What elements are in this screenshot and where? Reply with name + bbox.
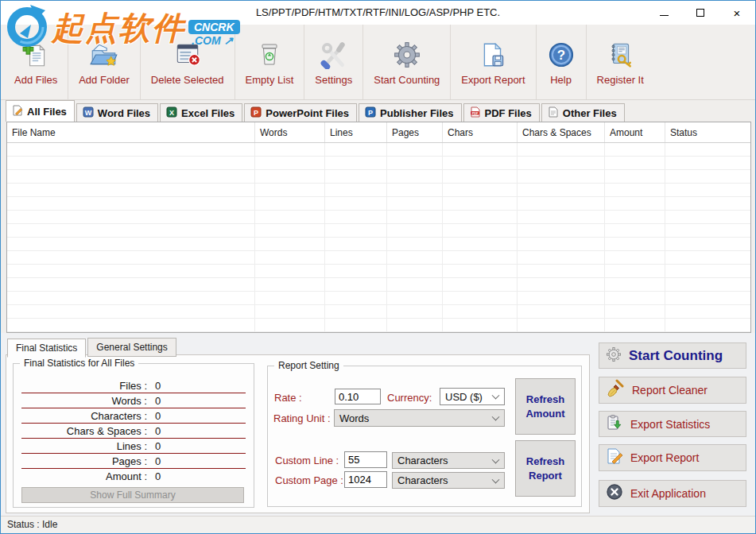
export-report-toolbar-label: Export Report bbox=[461, 74, 525, 86]
rating-unit-select[interactable]: Words bbox=[334, 409, 505, 427]
table-cell bbox=[518, 251, 605, 265]
refresh-amount-button[interactable]: Refresh Amount bbox=[515, 378, 576, 435]
site-logo: 起点软件 CNCRK .COM ↗ bbox=[4, 3, 240, 52]
table-header: File Name Words Lines Pages Chars Chars … bbox=[7, 122, 750, 143]
column-header-status[interactable]: Status bbox=[665, 122, 750, 142]
table-cell bbox=[387, 157, 443, 170]
table-cell bbox=[387, 319, 443, 332]
tab-other-files[interactable]: Other Files bbox=[541, 103, 625, 122]
svg-text:P: P bbox=[368, 108, 373, 116]
gear-icon bbox=[393, 39, 421, 71]
stat-row-files: Files :0 bbox=[21, 378, 246, 393]
tab-excel-files[interactable]: X Excel Files bbox=[160, 103, 242, 122]
start-counting-button[interactable]: Start Counting bbox=[599, 342, 746, 369]
table-cell bbox=[325, 197, 387, 211]
table-cell bbox=[605, 251, 665, 265]
currency-select[interactable]: USD ($) bbox=[440, 388, 505, 405]
rate-input[interactable] bbox=[335, 389, 381, 404]
exit-application-button[interactable]: Exit Application bbox=[599, 480, 746, 507]
table-cell bbox=[443, 319, 518, 332]
table-cell bbox=[387, 143, 443, 157]
custom-page-unit-select[interactable]: Characters bbox=[392, 472, 505, 489]
export-report-toolbar-button[interactable]: Export Report bbox=[451, 25, 536, 99]
table-row bbox=[7, 292, 750, 305]
svg-text:PDF: PDF bbox=[471, 111, 478, 114]
column-header-chars-spaces[interactable]: Chars & Spaces bbox=[518, 122, 605, 142]
help-button[interactable]: ? Help bbox=[537, 25, 587, 99]
table-cell bbox=[443, 157, 518, 170]
tab-publisher-files[interactable]: P Publisher Files bbox=[359, 103, 461, 122]
column-header-pages[interactable]: Pages bbox=[387, 122, 443, 142]
table-cell bbox=[665, 143, 750, 157]
rate-label: Rate : bbox=[274, 392, 302, 404]
maximize-button[interactable] bbox=[682, 1, 719, 25]
help-icon: ? bbox=[547, 39, 576, 71]
tab-powerpoint-files-label: PowerPoint Files bbox=[266, 107, 349, 119]
table-body bbox=[7, 143, 750, 332]
final-statistics-group: Final Statistics for All Files Files :0 … bbox=[13, 363, 254, 508]
column-header-file-name[interactable]: File Name bbox=[7, 122, 255, 142]
table-cell bbox=[443, 278, 518, 292]
table-cell bbox=[387, 265, 443, 278]
table-cell bbox=[665, 170, 750, 184]
table-cell bbox=[7, 278, 255, 292]
add-files-label: Add Files bbox=[14, 74, 57, 86]
table-cell bbox=[665, 211, 750, 224]
register-button[interactable]: Register It bbox=[587, 25, 654, 99]
export-statistics-button[interactable]: Export Statistics bbox=[599, 411, 746, 437]
table-cell bbox=[605, 170, 665, 184]
tab-pdf-files[interactable]: PDF PDF Files bbox=[463, 103, 540, 122]
export-report-button[interactable]: Export Report bbox=[599, 444, 746, 471]
status-text: Status : Idle bbox=[7, 519, 57, 530]
table-cell bbox=[255, 319, 325, 332]
logo-badge: CNCRK .COM ↗ bbox=[188, 20, 240, 47]
table-cell bbox=[665, 292, 750, 305]
rating-unit-value: Words bbox=[339, 412, 369, 424]
empty-list-label: Empty List bbox=[246, 74, 294, 86]
column-header-chars[interactable]: Chars bbox=[443, 122, 518, 142]
table-row bbox=[7, 157, 750, 170]
tab-powerpoint-files[interactable]: P PowerPoint Files bbox=[244, 103, 357, 122]
table-cell bbox=[7, 143, 255, 157]
settings-button[interactable]: Settings bbox=[304, 25, 363, 99]
close-button[interactable]: × bbox=[719, 1, 755, 25]
column-header-words[interactable]: Words bbox=[255, 122, 325, 142]
pdf-file-icon: PDF bbox=[470, 106, 481, 120]
file-list-table: File Name Words Lines Pages Chars Chars … bbox=[6, 122, 751, 333]
table-cell bbox=[665, 305, 750, 319]
table-cell bbox=[7, 292, 255, 305]
tab-word-files[interactable]: W Word Files bbox=[76, 103, 158, 122]
table-cell bbox=[255, 157, 325, 170]
minimize-button[interactable] bbox=[646, 1, 682, 25]
table-cell bbox=[605, 265, 665, 278]
custom-line-unit-select[interactable]: Characters bbox=[392, 452, 505, 469]
start-counting-toolbar-button[interactable]: Start Counting bbox=[363, 25, 451, 99]
help-label: Help bbox=[550, 74, 572, 86]
settings-label: Settings bbox=[315, 74, 352, 86]
excel-file-icon: X bbox=[166, 106, 177, 120]
show-full-summary-button[interactable]: Show Full Summary bbox=[21, 487, 244, 503]
table-cell bbox=[443, 211, 518, 224]
empty-list-button[interactable]: Empty List bbox=[235, 25, 305, 99]
tab-general-settings[interactable]: General Settings bbox=[87, 338, 176, 357]
table-cell bbox=[387, 211, 443, 224]
app-window: LS/PPT/PDF/HTM/TXT/RTF/INI/LOG/ASP/PHP E… bbox=[0, 0, 756, 534]
tab-all-files[interactable]: All Files bbox=[6, 100, 75, 122]
column-header-amount[interactable]: Amount bbox=[605, 122, 665, 142]
refresh-report-button[interactable]: Refresh Report bbox=[515, 440, 576, 497]
table-row bbox=[7, 319, 750, 332]
tab-final-statistics[interactable]: Final Statistics bbox=[7, 339, 86, 358]
window-controls: × bbox=[646, 1, 755, 25]
custom-line-input[interactable] bbox=[344, 451, 387, 468]
column-header-lines[interactable]: Lines bbox=[325, 122, 387, 142]
custom-page-input[interactable] bbox=[344, 471, 387, 488]
table-cell bbox=[665, 157, 750, 170]
table-cell bbox=[255, 143, 325, 157]
stat-label: Amount : bbox=[21, 470, 147, 482]
report-cleaner-button[interactable]: Report Cleaner bbox=[599, 377, 746, 404]
table-cell bbox=[518, 184, 605, 197]
tab-publisher-files-label: Publisher Files bbox=[380, 107, 453, 119]
table-cell bbox=[255, 305, 325, 319]
tab-all-files-label: All Files bbox=[27, 106, 67, 118]
table-cell bbox=[387, 305, 443, 319]
